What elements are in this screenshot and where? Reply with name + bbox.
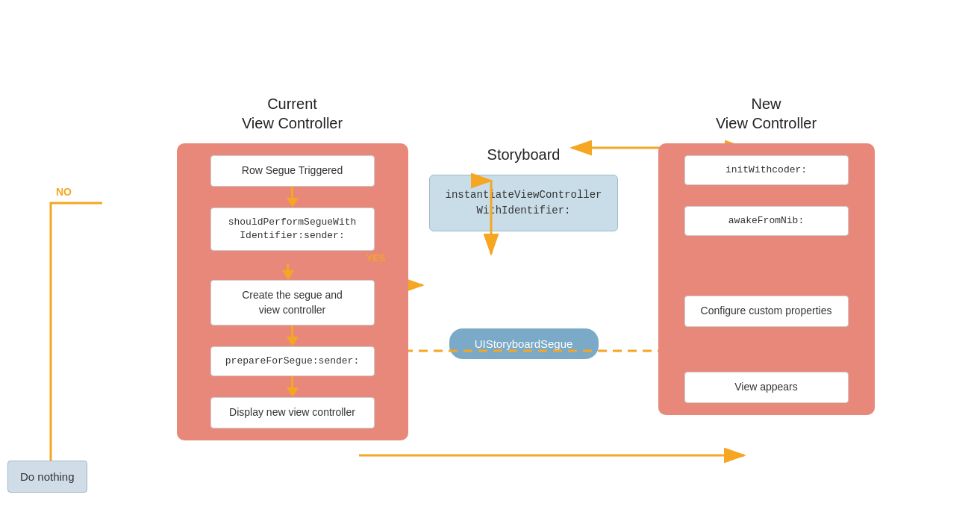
- current-vc-title: CurrentView Controller: [242, 94, 343, 133]
- configure-props-box: Configure custom properties: [684, 296, 849, 327]
- new-vc-title: NewView Controller: [716, 94, 817, 133]
- no-label: NO: [56, 186, 72, 198]
- arrow-1: [287, 187, 299, 208]
- do-nothing-box: Do nothing: [7, 461, 87, 493]
- uistoryboard-segue-box: UIStoryboardSegue: [449, 328, 599, 359]
- view-appears-box: View appears: [684, 372, 849, 403]
- storyboard-title: Storyboard: [487, 145, 561, 164]
- arrow-yes: [282, 264, 294, 280]
- yes-arrow-group: YES: [190, 251, 395, 280]
- do-nothing-container: Do nothing: [7, 461, 87, 493]
- new-vc-column: NewView Controller initWithcoder: awakeF…: [651, 94, 882, 415]
- no-arrow-path: [51, 203, 102, 489]
- awake-nib-box: awakeFromNib:: [684, 206, 849, 236]
- arrow-3: [287, 376, 299, 397]
- yes-label: YES: [366, 252, 385, 264]
- row-segue-box: Row Segue Triggered: [210, 155, 375, 187]
- instantiate-vc-box: instantiateViewControllerWithIdentifier:: [429, 175, 617, 231]
- new-vc-panel: initWithcoder: awakeFromNib: Configure c…: [658, 143, 875, 415]
- current-vc-panel: Row Segue Triggered shouldPerformSegueWi…: [177, 143, 408, 440]
- create-segue-box: Create the segue andview controller: [210, 280, 375, 325]
- diagram-container: NO Do nothing CurrentView Controller: [0, 0, 980, 527]
- arrow-2: [287, 325, 299, 346]
- current-vc-column: CurrentView Controller Row Segue Trigger…: [166, 94, 419, 440]
- should-perform-box: shouldPerformSegueWithIdentifier:sender:: [210, 208, 375, 251]
- prepare-segue-box: prepareForSegue:sender:: [210, 346, 375, 376]
- do-nothing-label: Do nothing: [20, 470, 75, 483]
- init-coder-box: initWithcoder:: [684, 155, 849, 185]
- storyboard-column: Storyboard instantiateViewControllerWith…: [442, 145, 606, 359]
- display-vc-box: Display new view controller: [210, 397, 375, 428]
